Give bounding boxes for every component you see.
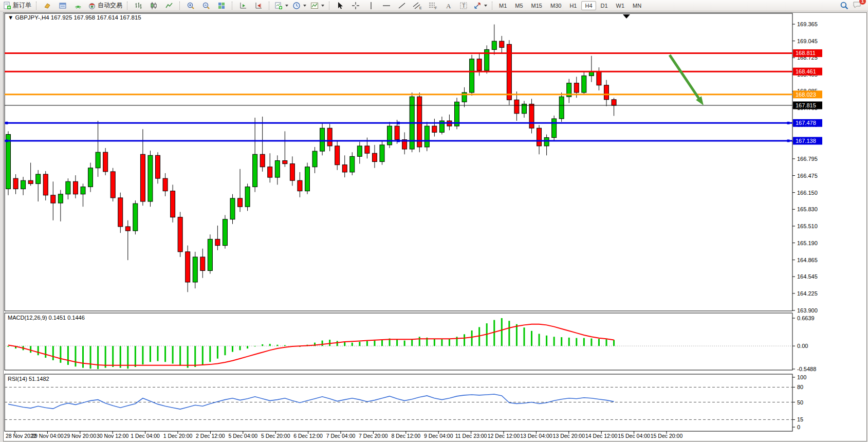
chart-canvas[interactable]: 169.365169.045168.725168.405168.085167.7…: [4, 13, 866, 441]
macd-histogram-bar: [568, 338, 570, 346]
text-button[interactable]: A: [440, 0, 456, 11]
new-order-icon: [3, 2, 11, 10]
trendline-button[interactable]: [394, 0, 410, 11]
equidistant-channel-button[interactable]: E: [410, 0, 425, 11]
text-label-button[interactable]: T: [456, 0, 471, 11]
hline-handle[interactable]: [787, 122, 790, 124]
dropdown-arrow-icon: [484, 5, 487, 7]
dropdown-arrow-icon: [321, 5, 324, 7]
macd-histogram-bar: [352, 343, 353, 346]
zoom-out-icon: [202, 2, 210, 10]
timeframe-group: M1M5M15M30H1H4D1W1MN: [495, 1, 645, 10]
candle-body: [200, 257, 205, 270]
macd-tick-label: -0.5488: [797, 366, 816, 372]
candle-body: [597, 71, 601, 85]
timeframe-mn[interactable]: MN: [629, 1, 645, 10]
macd-histogram-bar: [247, 346, 248, 348]
crosshair-button[interactable]: [348, 0, 363, 11]
tile-windows-button[interactable]: [214, 0, 229, 11]
styles-button[interactable]: [40, 0, 55, 11]
autotrading-icon: [88, 2, 96, 10]
price-tick-label: 163.900: [797, 307, 818, 314]
rsi-tick-label: 15: [797, 416, 803, 422]
price-tick-label: 166.795: [797, 156, 818, 162]
macd-histogram-bar: [329, 340, 330, 346]
candle-body: [298, 180, 302, 191]
macd-histogram-bar: [508, 321, 510, 346]
price-tick-label: 165.510: [797, 223, 818, 229]
line-chart-button[interactable]: [161, 0, 177, 11]
notifications-button[interactable]: 1: [853, 1, 862, 11]
candle-body: [66, 181, 70, 194]
new-chart-button[interactable]: [272, 0, 290, 11]
hline-handle[interactable]: [397, 139, 400, 142]
candle-body: [552, 119, 557, 138]
candle-body: [417, 97, 422, 147]
price-tick-label: 164.225: [797, 290, 818, 297]
timeframe-h1[interactable]: H1: [566, 1, 580, 10]
price-tick-label: 166.475: [797, 173, 818, 179]
cursor-button[interactable]: [333, 0, 348, 11]
data-window-button[interactable]: [55, 0, 70, 11]
bar-chart-button[interactable]: [131, 0, 146, 11]
new-order-label: 新订单: [13, 1, 31, 10]
timeframe-m30[interactable]: M30: [547, 1, 565, 10]
candle-body: [290, 164, 294, 181]
candle-body: [312, 151, 317, 167]
indicators-button[interactable]: [308, 0, 326, 11]
separator: [232, 2, 233, 10]
vertical-line-icon: [367, 2, 375, 10]
new-order-button[interactable]: 新订单: [1, 0, 33, 11]
timeframe-h4[interactable]: H4: [581, 1, 596, 10]
candle-body: [260, 154, 265, 167]
macd-histogram-bar: [359, 342, 360, 346]
zoom-out-button[interactable]: [198, 0, 214, 11]
fibonacci-button[interactable]: F: [425, 0, 440, 11]
macd-histogram-bar: [38, 346, 39, 355]
arrows-button[interactable]: [471, 0, 489, 11]
signals-button[interactable]: [70, 0, 86, 11]
zoom-in-icon: [187, 2, 195, 10]
zoom-in-button[interactable]: [183, 0, 198, 11]
svg-text:E: E: [419, 6, 422, 10]
horizontal-line-button[interactable]: [379, 0, 394, 11]
timeframe-m15[interactable]: M15: [528, 1, 546, 10]
macd-panel: [5, 313, 792, 370]
chart-shift-button[interactable]: [251, 0, 266, 11]
hline-handle[interactable]: [397, 122, 400, 124]
hline-handle[interactable]: [787, 139, 790, 142]
macd-histogram-bar: [613, 340, 615, 346]
macd-label: MACD(12,26,9) 0.1451 0.1446: [8, 315, 85, 321]
text-icon: A: [444, 2, 452, 10]
autotrading-button[interactable]: 自动交易: [86, 0, 124, 11]
macd-histogram-bar: [493, 320, 495, 346]
macd-histogram-bar: [501, 318, 503, 346]
macd-histogram-bar: [322, 341, 323, 346]
rsi-label: RSI(14) 51.1482: [8, 376, 49, 382]
macd-histogram-bar: [112, 346, 114, 367]
timeframe-m5[interactable]: M5: [511, 1, 526, 10]
price-panel: [5, 13, 792, 311]
periods-button[interactable]: [290, 0, 308, 11]
timeframe-m1[interactable]: M1: [495, 1, 510, 10]
macd-histogram-bar: [516, 324, 518, 346]
timeframe-w1[interactable]: W1: [613, 1, 629, 10]
macd-histogram-bar: [262, 344, 263, 346]
data-window-icon: [59, 2, 67, 10]
search-icon[interactable]: [840, 1, 848, 10]
macd-histogram-bar: [539, 334, 540, 346]
macd-histogram-bar: [478, 327, 480, 346]
candle-body: [88, 168, 93, 187]
candlestick-chart-button[interactable]: [146, 0, 161, 11]
candle-body: [283, 161, 287, 164]
macd-histogram-bar: [45, 346, 46, 358]
macd-histogram-bar: [561, 337, 562, 346]
vertical-line-button[interactable]: [363, 0, 379, 11]
hline-handle[interactable]: [6, 139, 8, 142]
candle-body: [387, 126, 392, 145]
chart-shift-icon: [254, 2, 263, 10]
timeframe-d1[interactable]: D1: [597, 1, 612, 10]
candle-body: [529, 104, 534, 128]
auto-scroll-button[interactable]: [235, 0, 251, 11]
hline-handle[interactable]: [6, 122, 8, 124]
